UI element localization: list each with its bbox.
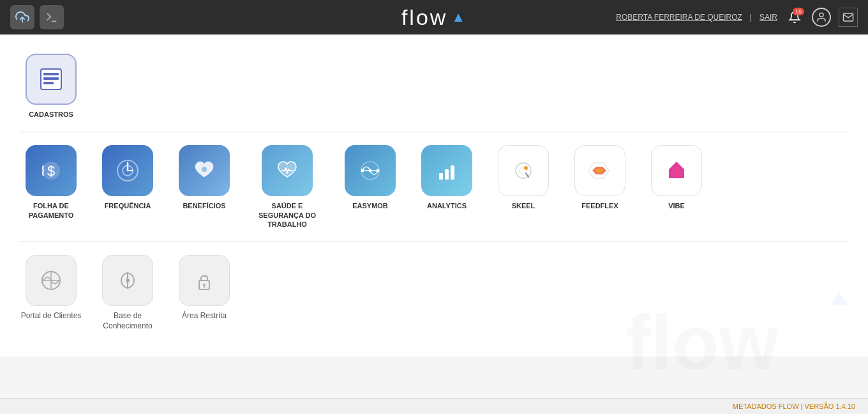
analytics-icon [421,145,472,196]
svg-point-16 [361,169,364,172]
svg-point-22 [516,163,531,178]
svg-text:$: $ [47,163,55,179]
logo: flow ▲ [401,5,467,30]
footer-text: METADADOS FLOW | VERSÃO 1.4.10 [733,402,855,410]
app-item-analytics[interactable]: ANALYTICS [415,145,479,210]
svg-rect-4 [43,73,59,75]
section-portal: Portal de Clientes Base de Conhecimento [19,242,849,344]
header-right: ROBERTA FERREIRA DE QUEIROZ | SAIR 16 [616,8,858,27]
svg-line-25 [526,173,528,177]
feedflex-label: FEEDFLEX [581,201,618,210]
app-item-restrita[interactable]: Área Restrita [172,255,236,321]
app-item-beneficios[interactable]: BENEFÍCIOS [172,145,236,210]
svg-rect-19 [439,173,443,180]
beneficios-label: BENEFÍCIOS [183,201,225,210]
svg-rect-21 [451,165,454,180]
header: flow ▲ ROBERTA FERREIRA DE QUEIROZ | SAI… [0,0,868,34]
vibe-icon [651,145,702,196]
user-avatar-button[interactable] [812,8,831,27]
notification-count-badge: 16 [793,8,804,15]
mail-button[interactable] [839,8,858,27]
app-item-folha[interactable]: $ FOLHA DE PAGAMENTO [19,145,83,220]
svg-point-13 [202,167,207,172]
app-item-easymob[interactable]: EASYMOB [338,145,402,210]
sair-link[interactable]: SAIR [760,13,777,22]
saude-icon [262,145,313,196]
svg-rect-5 [43,77,59,80]
svg-point-2 [819,13,823,17]
header-pipe: | [750,13,752,22]
app-item-saude[interactable]: SAÚDE E SEGURANÇA DO TRABALHO [249,145,326,229]
portal-grid: Portal de Clientes Base de Conhecimento [19,255,849,331]
section-apps: $ FOLHA DE PAGAMENTO FRE [19,132,849,242]
folha-icon: $ [26,145,77,196]
app-item-vibe[interactable]: VIBE [645,145,708,210]
saude-label: SAÚDE E SEGURANÇA DO TRABALHO [249,201,326,229]
app-item-skeel[interactable]: SKEEL [491,145,555,210]
main-content: CADASTROS $ FOLHA DE PAGAMENTO [0,34,868,356]
easymob-icon [345,145,396,196]
beneficios-icon [179,145,230,196]
svg-point-34 [126,279,130,282]
frequencia-label: FREQUÊNCIA [105,201,151,210]
svg-rect-6 [43,82,54,84]
app-item-frequencia[interactable]: FREQUÊNCIA [96,145,160,210]
restrita-icon [179,255,230,306]
restrita-label: Área Restrita [182,311,227,321]
logo-arrow-icon: ▲ [451,9,467,26]
app-item-base[interactable]: Base de Conhecimento [96,255,160,331]
skeel-icon [498,145,549,196]
app-item-cadastros[interactable]: CADASTROS [19,54,83,119]
svg-point-36 [203,284,206,286]
apps-grid: $ FOLHA DE PAGAMENTO FRE [19,145,849,229]
cadastros-icon [26,54,77,105]
cloud-upload-button[interactable] [10,5,34,29]
section-cadastros: CADASTROS [19,47,849,132]
skeel-label: SKEEL [512,201,535,210]
header-left [10,5,64,29]
svg-point-18 [377,169,380,172]
app-item-feedflex[interactable]: FEEDFLEX [568,145,632,210]
cadastros-label: CADASTROS [29,110,73,119]
portal-icon [26,255,77,306]
notification-bell-button[interactable]: 16 [785,8,804,27]
svg-rect-20 [445,169,449,180]
logo-text: flow [401,5,447,30]
portal-label: Portal de Clientes [21,311,82,321]
user-name-link[interactable]: ROBERTA FERREIRA DE QUEIROZ [616,13,742,22]
base-label: Base de Conhecimento [96,311,160,331]
svg-point-24 [524,166,528,170]
feedflex-icon [574,145,625,196]
analytics-label: ANALYTICS [427,201,467,210]
footer: METADADOS FLOW | VERSÃO 1.4.10 [0,398,868,414]
base-icon [102,255,153,306]
easymob-label: EASYMOB [352,201,388,210]
cadastros-grid: CADASTROS [19,54,849,119]
app-item-portal[interactable]: Portal de Clientes [19,255,83,321]
svg-point-17 [369,169,372,172]
vibe-label: VIBE [668,201,685,210]
frequencia-icon [102,145,153,196]
folha-label: FOLHA DE PAGAMENTO [19,201,83,220]
terminal-button[interactable] [40,5,64,29]
